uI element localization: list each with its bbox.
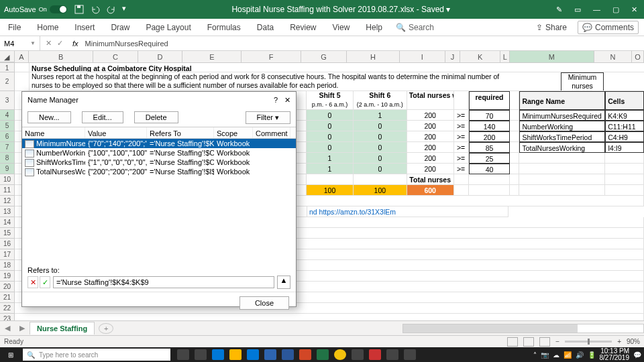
- cell-total-working[interactable]: 200: [407, 164, 454, 174]
- tab-insert[interactable]: Insert: [72, 20, 97, 35]
- cell-ge[interactable]: >=: [454, 131, 469, 142]
- zoom-slider[interactable]: [565, 341, 612, 343]
- tot-shift5[interactable]: 100: [307, 185, 354, 196]
- name-row[interactable]: NumberWorking {"100","100","100","10... …: [22, 148, 296, 158]
- cortana-icon[interactable]: [177, 349, 189, 360]
- undo-icon[interactable]: [90, 4, 101, 15]
- cell-shift6[interactable]: 0: [354, 142, 407, 153]
- description-cell[interactable]: Nurses report at the hospital at the beg…: [30, 72, 506, 91]
- col-C[interactable]: C: [93, 51, 138, 62]
- select-all-triangle[interactable]: ◢: [0, 51, 15, 62]
- cell-ge[interactable]: >=: [454, 110, 469, 121]
- zoom-in-icon[interactable]: +: [617, 338, 621, 345]
- name-row[interactable]: MinimumNursesR... {"70";"140";"200";"85"…: [22, 139, 296, 148]
- range-expand-icon[interactable]: ▲: [277, 276, 290, 289]
- tab-draw[interactable]: Draw: [108, 20, 132, 35]
- ribbon-mode-icon[interactable]: ▭: [574, 5, 581, 14]
- rangebox-cells[interactable]: K4:K9: [605, 110, 644, 121]
- accept-formula-icon[interactable]: ✓: [57, 39, 63, 48]
- name-row[interactable]: TotalNursesWorki... {"200";"200";"200";"…: [22, 167, 296, 176]
- minimize-icon[interactable]: —: [593, 5, 600, 14]
- taskbar-search[interactable]: 🔍 Type here to search: [23, 349, 170, 361]
- col-D[interactable]: D: [138, 51, 183, 62]
- save-icon[interactable]: [74, 4, 85, 15]
- rangebox-cells[interactable]: C11:H11: [605, 121, 644, 131]
- name-row[interactable]: ShiftWorksTimePe... {"1","0","0","0","0"…: [22, 158, 296, 167]
- cell-shift5[interactable]: 1: [307, 164, 354, 174]
- col-refers[interactable]: Refers To: [147, 127, 214, 138]
- tab-review[interactable]: Review: [287, 20, 319, 35]
- filter-button[interactable]: Filter ▾: [246, 111, 291, 124]
- cell-required[interactable]: 85: [469, 142, 511, 153]
- app-icon-4[interactable]: [404, 349, 416, 360]
- col-comment[interactable]: Comment: [253, 127, 290, 138]
- cell-required[interactable]: 40: [469, 164, 511, 174]
- name-box[interactable]: M4▼: [0, 36, 40, 50]
- toggle-icon[interactable]: [50, 5, 67, 13]
- dialog-close-icon[interactable]: ✕: [284, 96, 290, 105]
- app-icon-3[interactable]: [386, 349, 398, 360]
- page-layout-view-icon[interactable]: [523, 337, 534, 347]
- powerpoint-icon[interactable]: [299, 349, 311, 360]
- mail-icon[interactable]: [264, 349, 276, 360]
- cell-total-working[interactable]: 200: [407, 142, 454, 153]
- store-icon[interactable]: [247, 349, 259, 360]
- word-icon[interactable]: [282, 349, 294, 360]
- hdr-shift6[interactable]: Shift 6(2 a.m. - 10 a.m.): [354, 91, 407, 110]
- comments-button[interactable]: 💬Comments: [578, 21, 639, 34]
- chevron-down-icon[interactable]: ▼: [30, 40, 36, 46]
- close-button[interactable]: Close: [239, 296, 289, 310]
- tab-home[interactable]: Home: [34, 20, 61, 35]
- tab-nav-prev-icon[interactable]: ◀: [0, 324, 15, 333]
- tray-chevron-icon[interactable]: ˄: [533, 351, 537, 359]
- help-icon[interactable]: ?: [274, 96, 278, 105]
- col-value[interactable]: Value: [85, 127, 147, 138]
- name-list[interactable]: MinimumNursesR... {"70";"140";"200";"85"…: [22, 139, 296, 263]
- col-E[interactable]: E: [182, 51, 241, 62]
- col-G[interactable]: G: [301, 51, 347, 62]
- start-button[interactable]: ⊞: [0, 351, 21, 359]
- ref-accept-icon[interactable]: ✓: [40, 276, 50, 288]
- title-cell[interactable]: Nurse Scheduling at a Coimbatore City Ho…: [30, 63, 644, 72]
- pen-icon[interactable]: ✎: [556, 5, 562, 14]
- col-I[interactable]: I: [400, 51, 446, 62]
- cell-shift5[interactable]: 0: [307, 121, 354, 131]
- tab-data[interactable]: Data: [254, 20, 276, 35]
- col-K[interactable]: K: [460, 51, 501, 62]
- share-button[interactable]: ⇪Share: [536, 23, 567, 32]
- cell-shift5[interactable]: 0: [307, 110, 354, 121]
- cell-ge[interactable]: >=: [454, 164, 469, 174]
- tab-page-layout[interactable]: Page Layout: [143, 20, 193, 35]
- col-J[interactable]: J: [445, 51, 460, 62]
- cell-required[interactable]: 140: [469, 121, 511, 131]
- link-cell[interactable]: nd https://amzn.to/31X3lEm: [307, 206, 508, 217]
- column-headers[interactable]: ◢ A B C D E F G H I J K L M N O: [0, 51, 644, 63]
- tot-all[interactable]: 600: [407, 185, 454, 196]
- tell-me-search[interactable]: 🔍Search: [396, 23, 434, 32]
- hdr-total-working[interactable]: Total nurses working: [407, 91, 454, 110]
- col-name[interactable]: Name: [22, 127, 85, 138]
- tab-file[interactable]: File: [5, 20, 23, 35]
- app-icon-2[interactable]: [369, 349, 381, 360]
- sheet-tab-active[interactable]: Nurse Staffing: [30, 322, 95, 335]
- col-N[interactable]: N: [594, 51, 633, 62]
- col-H[interactable]: H: [347, 51, 399, 62]
- tray-onedrive-icon[interactable]: ☁: [553, 351, 559, 359]
- notifications-icon[interactable]: 💬: [633, 351, 641, 359]
- cell-required[interactable]: 200: [469, 131, 511, 142]
- cell-ge[interactable]: >=: [454, 121, 469, 131]
- add-sheet-icon[interactable]: +: [99, 323, 113, 334]
- page-break-view-icon[interactable]: [539, 337, 550, 347]
- tray-battery-icon[interactable]: 🔋: [588, 351, 596, 359]
- cell-total-working[interactable]: 200: [407, 131, 454, 142]
- col-L[interactable]: L: [500, 51, 510, 62]
- col-O[interactable]: O: [632, 51, 644, 62]
- autosave-toggle[interactable]: AutoSave On: [4, 5, 67, 13]
- cell-ge[interactable]: >=: [454, 153, 469, 164]
- total-nurses-label[interactable]: Total nurses: [407, 174, 454, 185]
- edit-button[interactable]: Edit...: [82, 111, 123, 123]
- delete-button[interactable]: Delete: [134, 111, 178, 123]
- excel-icon[interactable]: [317, 349, 329, 360]
- new-button[interactable]: New...: [28, 111, 71, 123]
- formula-input[interactable]: MinimumNursesRequired: [83, 40, 644, 48]
